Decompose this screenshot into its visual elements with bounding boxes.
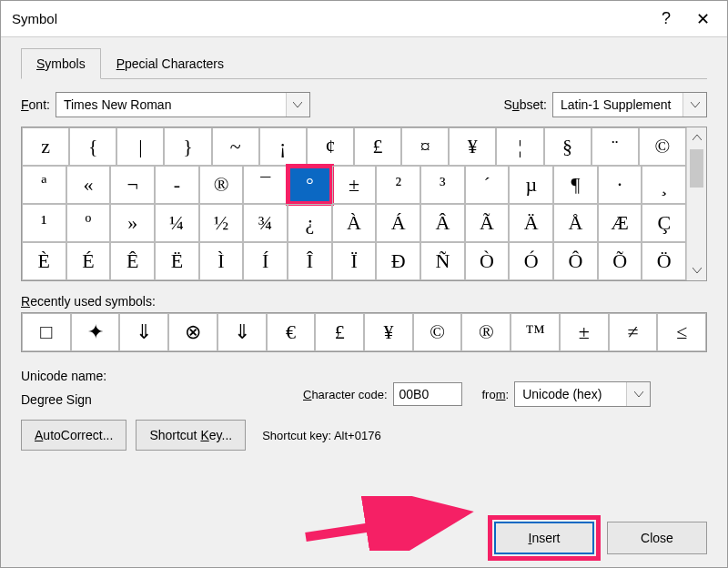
- symbol-cell[interactable]: Â: [420, 204, 465, 242]
- symbol-cell[interactable]: ¨: [592, 127, 639, 166]
- charcode-input[interactable]: [393, 382, 462, 406]
- symbol-cell[interactable]: ¸: [642, 166, 686, 204]
- symbol-cell[interactable]: z: [22, 127, 69, 166]
- symbol-cell[interactable]: Ö: [642, 242, 686, 280]
- symbol-cell[interactable]: Î: [288, 242, 332, 280]
- close-button[interactable]: Close: [607, 522, 707, 554]
- symbol-cell[interactable]: Ñ: [420, 242, 465, 280]
- recent-symbol-cell[interactable]: ✦: [71, 313, 120, 351]
- symbol-cell[interactable]: µ: [509, 166, 553, 204]
- unicode-name-value: Degree Sign: [21, 392, 303, 407]
- titlebar: Symbol ? ✕: [1, 1, 727, 37]
- symbol-cell[interactable]: Ë: [155, 242, 199, 280]
- font-select[interactable]: Times New Roman: [56, 92, 310, 117]
- symbol-cell[interactable]: ©: [639, 127, 686, 166]
- tab-symbols[interactable]: Symbols: [21, 48, 101, 79]
- close-icon[interactable]: ✕: [689, 9, 716, 29]
- symbol-cell[interactable]: ´: [465, 166, 510, 204]
- autocorrect-button[interactable]: AutoCorrect...: [21, 420, 126, 451]
- recent-grid: □✦⇓⊗⇓€£¥©®™±≠≤: [21, 312, 707, 352]
- shortcut-text: Shortcut key: Alt+0176: [262, 429, 380, 442]
- symbol-cell[interactable]: ³: [420, 166, 465, 204]
- recent-symbol-cell[interactable]: ®: [461, 313, 511, 351]
- scroll-thumb[interactable]: [690, 149, 703, 188]
- symbol-cell[interactable]: ¹: [22, 204, 66, 242]
- scroll-down-icon[interactable]: [687, 260, 706, 280]
- symbol-cell[interactable]: Ó: [509, 242, 553, 280]
- symbol-cell[interactable]: ¾: [243, 204, 288, 242]
- symbol-cell[interactable]: Ä: [509, 204, 553, 242]
- recent-symbol-cell[interactable]: ±: [560, 313, 609, 351]
- symbol-cell[interactable]: Ã: [465, 204, 510, 242]
- symbol-cell[interactable]: º: [66, 204, 111, 242]
- symbol-cell[interactable]: Õ: [598, 242, 642, 280]
- recent-symbol-cell[interactable]: ⇓: [119, 313, 168, 351]
- recent-symbol-cell[interactable]: ⇓: [217, 313, 267, 351]
- symbol-cell[interactable]: ~: [212, 127, 259, 166]
- symbol-cell[interactable]: Æ: [598, 204, 642, 242]
- symbol-cell[interactable]: ¦: [496, 127, 543, 166]
- recent-symbol-cell[interactable]: ⊗: [168, 313, 217, 351]
- symbol-cell[interactable]: È: [22, 242, 66, 280]
- symbol-cell[interactable]: ¥: [449, 127, 496, 166]
- dialog-content: Symbols Ppecial Characters Font: Times N…: [1, 37, 727, 463]
- symbol-cell[interactable]: À: [332, 204, 377, 242]
- symbol-cell[interactable]: É: [66, 242, 111, 280]
- chevron-down-icon[interactable]: [682, 93, 706, 117]
- symbol-cell[interactable]: §: [544, 127, 592, 166]
- symbol-cell[interactable]: ¶: [553, 166, 598, 204]
- tab-special-characters[interactable]: Ppecial Characters: [101, 48, 239, 78]
- symbol-cell[interactable]: Ô: [553, 242, 598, 280]
- symbol-cell[interactable]: Å: [553, 204, 598, 242]
- symbol-cell[interactable]: ¬: [110, 166, 155, 204]
- recent-symbol-cell[interactable]: ™: [511, 313, 560, 351]
- symbol-cell[interactable]: Ì: [199, 242, 244, 280]
- recent-label: Recently used symbols:: [21, 294, 707, 309]
- chevron-down-icon[interactable]: [626, 382, 650, 406]
- symbol-cell[interactable]: ¿: [288, 204, 332, 242]
- subset-select[interactable]: Latin-1 Supplement: [552, 92, 707, 117]
- recent-symbol-cell[interactable]: ¥: [364, 313, 413, 351]
- symbol-cell[interactable]: Á: [376, 204, 420, 242]
- symbol-cell[interactable]: ¢: [307, 127, 354, 166]
- symbol-cell[interactable]: ±: [332, 166, 377, 204]
- symbol-cell[interactable]: ·: [598, 166, 642, 204]
- subset-label: Subset:: [504, 97, 548, 112]
- symbol-cell[interactable]: ²: [376, 166, 420, 204]
- symbol-cell[interactable]: Ò: [465, 242, 510, 280]
- symbol-cell[interactable]: °: [288, 166, 332, 204]
- from-select[interactable]: Unicode (hex): [514, 381, 651, 407]
- symbol-cell[interactable]: «: [66, 166, 111, 204]
- symbol-cell[interactable]: |: [116, 127, 164, 166]
- scrollbar[interactable]: [686, 127, 706, 280]
- symbol-cell[interactable]: »: [110, 204, 155, 242]
- symbol-cell[interactable]: ®: [199, 166, 244, 204]
- symbol-cell[interactable]: ¼: [155, 204, 199, 242]
- symbol-cell[interactable]: Ç: [642, 204, 686, 242]
- symbol-cell[interactable]: ¡: [259, 127, 307, 166]
- recent-symbol-cell[interactable]: ≤: [657, 313, 706, 351]
- insert-button[interactable]: Insert: [494, 522, 594, 554]
- recent-symbol-cell[interactable]: ≠: [609, 313, 658, 351]
- symbol-cell[interactable]: ¯: [243, 166, 288, 204]
- symbol-cell[interactable]: ½: [199, 204, 244, 242]
- symbol-cell[interactable]: Í: [243, 242, 288, 280]
- recent-symbol-cell[interactable]: €: [267, 313, 316, 351]
- symbol-cell[interactable]: ¤: [401, 127, 449, 166]
- scroll-track[interactable]: [687, 147, 706, 260]
- symbol-cell[interactable]: ª: [22, 166, 66, 204]
- symbol-cell[interactable]: Ê: [110, 242, 155, 280]
- recent-symbol-cell[interactable]: ©: [413, 313, 462, 351]
- symbol-cell[interactable]: Đ: [376, 242, 420, 280]
- symbol-cell[interactable]: -: [155, 166, 199, 204]
- recent-symbol-cell[interactable]: £: [315, 313, 364, 351]
- scroll-up-icon[interactable]: [687, 127, 706, 147]
- symbol-cell[interactable]: {: [69, 127, 116, 166]
- help-icon[interactable]: ?: [652, 9, 680, 28]
- symbol-cell[interactable]: Ï: [332, 242, 377, 280]
- chevron-down-icon[interactable]: [286, 93, 309, 117]
- recent-symbol-cell[interactable]: □: [22, 313, 71, 351]
- symbol-cell[interactable]: £: [354, 127, 401, 166]
- shortcut-key-button[interactable]: Shortcut Key...: [136, 420, 246, 451]
- symbol-cell[interactable]: }: [164, 127, 211, 166]
